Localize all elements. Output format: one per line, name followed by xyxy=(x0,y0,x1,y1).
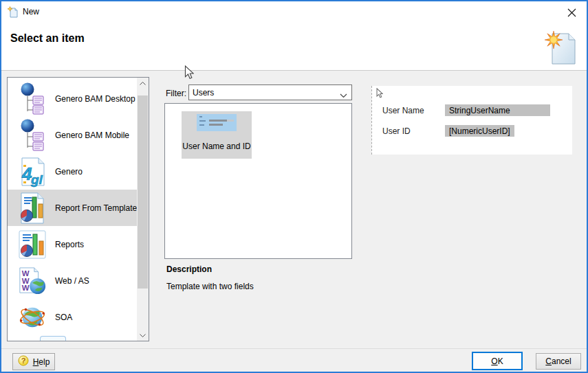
template-preview: User Name StringUserName User ID [Numeri… xyxy=(371,86,572,155)
help-button[interactable]: ? Help xyxy=(12,353,55,370)
sidebar-item-label: Genero BAM Mobile xyxy=(55,131,129,140)
close-icon[interactable] xyxy=(563,5,580,19)
new-document-icon xyxy=(8,6,19,20)
scroll-up-icon[interactable] xyxy=(137,78,149,89)
scrollbar-thumb[interactable] xyxy=(138,95,148,289)
bam-tree-icon xyxy=(18,82,47,115)
filter-select[interactable]: Users xyxy=(188,84,352,100)
window-title: New xyxy=(23,7,39,16)
report-template-icon xyxy=(18,192,47,225)
filter-selected-value: Users xyxy=(193,88,214,98)
footer-separator xyxy=(1,348,587,349)
cancel-button-label: Cancel xyxy=(545,357,571,366)
preview-field-value: StringUserName xyxy=(445,104,550,116)
dialog-header: Select an item xyxy=(1,22,587,71)
new-item-dialog: New Select an item xyxy=(0,0,588,373)
template-list: User Name and ID xyxy=(164,103,352,259)
svg-text:W: W xyxy=(22,284,30,292)
sidebar-item-reports[interactable]: Reports xyxy=(8,226,137,262)
sidebar-item-soa[interactable]: SOA xyxy=(8,299,137,335)
sidebar-item-label: Web / AS xyxy=(55,276,89,286)
template-tile-user-name-and-id[interactable]: User Name and ID xyxy=(182,111,252,159)
sidebar-item-label: Genero xyxy=(55,167,83,177)
soa-globe-icon xyxy=(18,301,47,334)
scroll-down-icon[interactable] xyxy=(137,330,149,341)
bam-tree-icon xyxy=(18,119,47,152)
help-button-label: Help xyxy=(33,357,50,367)
sidebar-item-label: Reports xyxy=(55,240,84,249)
svg-text:?: ? xyxy=(21,357,25,365)
sidebar-scrollbar[interactable] xyxy=(137,78,149,341)
sidebar-item-label: SOA xyxy=(55,313,72,322)
4gl-document-icon: 4 gl xyxy=(18,155,47,188)
reports-icon xyxy=(18,228,47,261)
sidebar-item-genero-bam-desktop[interactable]: Genero BAM Desktop xyxy=(8,80,137,117)
description-text: Template with two fields xyxy=(166,282,254,291)
preview-field-label: User Name xyxy=(382,106,424,115)
ok-button[interactable]: OK xyxy=(472,352,523,370)
sidebar-item-genero-bam-mobile[interactable]: Genero BAM Mobile xyxy=(8,117,137,153)
sidebar-item-label: Genero BAM Desktop xyxy=(55,94,135,104)
template-caption: User Name and ID xyxy=(182,142,252,151)
sidebar-item-report-from-template[interactable]: Report From Template xyxy=(8,190,137,226)
new-document-large-icon xyxy=(544,30,578,67)
ok-button-label: OK xyxy=(491,357,503,366)
svg-text:gl: gl xyxy=(30,172,43,187)
cancel-button[interactable]: Cancel xyxy=(536,353,581,370)
sidebar-item-genero[interactable]: 4 gl Genero xyxy=(8,153,137,190)
description-heading: Description xyxy=(166,264,212,274)
sidebar-item-label: Report From Template xyxy=(55,203,137,213)
preview-field-user-name: User Name StringUserName xyxy=(372,104,572,117)
page-title: Select an item xyxy=(10,32,85,45)
web-as-icon: WWW xyxy=(18,264,47,297)
sidebar-item-web-as[interactable]: WWW Web / AS xyxy=(8,262,137,299)
title-bar: New xyxy=(1,1,587,22)
mouse-cursor xyxy=(184,65,194,82)
partial-next-item-icon xyxy=(40,336,66,341)
help-icon: ? xyxy=(18,355,29,368)
preview-field-user-id: User ID [NumericUserID] xyxy=(372,125,572,137)
filter-label: Filter: xyxy=(166,89,186,98)
preview-field-value: [NumericUserID] xyxy=(445,125,514,137)
template-thumbnail xyxy=(197,114,237,133)
preview-cursor-icon xyxy=(376,88,383,100)
chevron-down-icon xyxy=(340,91,347,100)
category-rows: Genero BAM Desktop xyxy=(8,78,137,341)
preview-field-label: User ID xyxy=(382,126,411,136)
category-list: Genero BAM Desktop xyxy=(7,77,149,341)
